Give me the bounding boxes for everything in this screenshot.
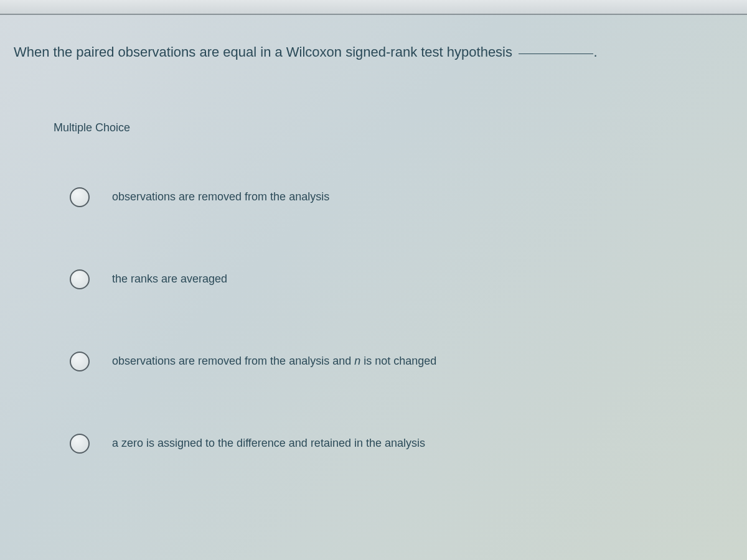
- option-text: the ranks are averaged: [112, 273, 227, 286]
- radio-button-option-2[interactable]: [70, 269, 90, 289]
- option-row: the ranks are averaged: [70, 269, 747, 289]
- option-text: a zero is assigned to the difference and…: [112, 437, 425, 450]
- option-row: a zero is assigned to the difference and…: [70, 434, 747, 454]
- question-period: .: [593, 44, 597, 60]
- radio-button-option-1[interactable]: [70, 187, 90, 207]
- option-row: observations are removed from the analys…: [70, 187, 747, 207]
- radio-button-option-4[interactable]: [70, 434, 90, 454]
- option-text: observations are removed from the analys…: [112, 190, 329, 203]
- question-container: When the paired observations are equal i…: [0, 15, 747, 62]
- fill-blank-line: [519, 54, 593, 54]
- option-row: observations are removed from the analys…: [70, 352, 747, 371]
- section-label: Multiple Choice: [54, 121, 747, 134]
- option-text: observations are removed from the analys…: [112, 355, 436, 368]
- radio-button-option-3[interactable]: [70, 352, 90, 371]
- options-list: observations are removed from the analys…: [70, 187, 747, 454]
- window-top-bar: [0, 0, 747, 15]
- question-stem: When the paired observations are equal i…: [14, 44, 512, 60]
